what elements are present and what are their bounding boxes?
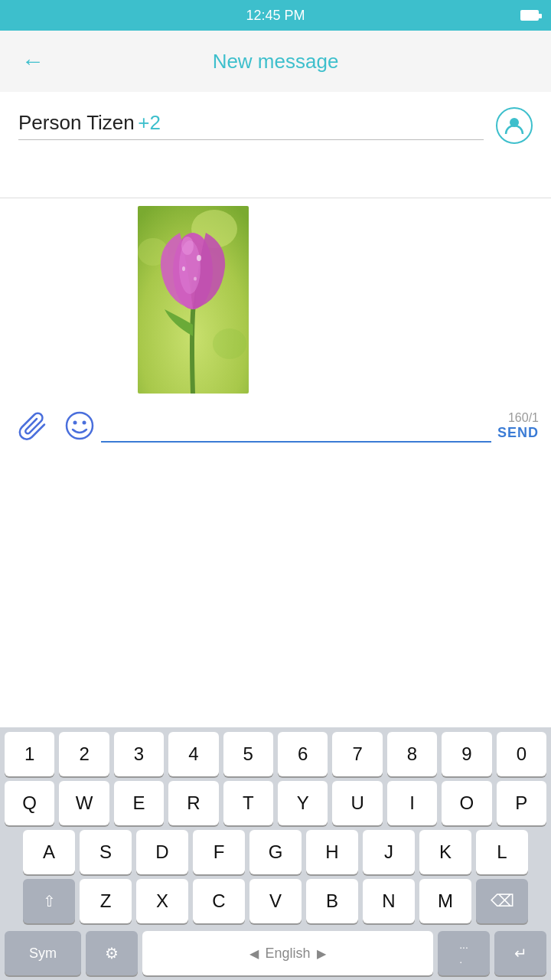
header: ← New message (0, 31, 551, 92)
svg-point-11 (67, 413, 93, 439)
key-s[interactable]: S (80, 830, 132, 874)
key-0[interactable]: 0 (497, 732, 546, 776)
key-f[interactable]: F (193, 830, 245, 874)
emoji-button[interactable] (58, 404, 101, 447)
key-j[interactable]: J (363, 830, 415, 874)
message-body-space (0, 152, 551, 198)
to-input-area[interactable]: Person Tizen +2 (18, 111, 484, 140)
send-button[interactable]: SEND (497, 425, 539, 442)
key-b[interactable]: B (306, 879, 358, 923)
to-section: Person Tizen +2 (0, 92, 551, 152)
space-key[interactable]: ◀ English ▶ (142, 931, 433, 975)
key-v[interactable]: V (249, 879, 302, 923)
punctuation-key[interactable]: ···. (438, 931, 490, 975)
keyboard: 1 2 3 4 5 6 7 8 9 0 Q W E R T Y U I O P … (0, 727, 551, 980)
key-e[interactable]: E (114, 781, 164, 825)
key-m[interactable]: M (419, 879, 471, 923)
svg-point-8 (197, 255, 201, 261)
svg-point-7 (181, 237, 194, 255)
shift-key[interactable]: ⇧ (23, 879, 75, 923)
lang-left-arrow: ◀ (249, 946, 259, 961)
key-9[interactable]: 9 (442, 732, 491, 776)
key-c[interactable]: C (193, 879, 245, 923)
key-l[interactable]: L (476, 830, 528, 874)
asdf-row: A S D F G H J K L (5, 830, 546, 874)
tulip-thumbnail[interactable] (138, 206, 249, 394)
key-k[interactable]: K (419, 830, 471, 874)
key-6[interactable]: 6 (278, 732, 328, 776)
svg-point-4 (213, 328, 246, 359)
image-attachment (138, 206, 551, 394)
message-input[interactable] (101, 409, 491, 443)
compose-area: 160/1 SEND (0, 198, 551, 450)
zxcv-row: ⇧ Z X C V B N M ⌫ (5, 879, 546, 923)
qwerty-row: Q W E R T Y U I O P (5, 781, 546, 825)
key-a[interactable]: A (23, 830, 75, 874)
char-send-area: 160/1 SEND (497, 410, 539, 442)
key-u[interactable]: U (332, 781, 382, 825)
key-p[interactable]: P (497, 781, 546, 825)
sym-key[interactable]: Sym (5, 931, 81, 975)
key-o[interactable]: O (442, 781, 491, 825)
keyboard-rows: 1 2 3 4 5 6 7 8 9 0 Q W E R T Y U I O P … (0, 727, 551, 931)
backspace-key[interactable]: ⌫ (476, 879, 528, 923)
key-d[interactable]: D (136, 830, 188, 874)
settings-key[interactable]: ⚙ (86, 931, 138, 975)
key-4[interactable]: 4 (168, 732, 218, 776)
key-5[interactable]: 5 (223, 732, 273, 776)
enter-key[interactable]: ↵ (494, 931, 546, 975)
to-count: +2 (138, 111, 161, 134)
key-r[interactable]: R (168, 781, 218, 825)
back-button[interactable]: ← (15, 44, 51, 79)
key-8[interactable]: 8 (387, 732, 437, 776)
header-title: New message (213, 50, 339, 74)
key-h[interactable]: H (306, 830, 358, 874)
key-n[interactable]: N (363, 879, 415, 923)
char-count: 160/1 (508, 410, 539, 425)
key-t[interactable]: T (223, 781, 273, 825)
battery-icon (520, 10, 539, 21)
key-y[interactable]: Y (278, 781, 328, 825)
key-w[interactable]: W (59, 781, 109, 825)
svg-point-10 (194, 277, 197, 281)
keyboard-bottom-row: Sym ⚙ ◀ English ▶ ···. ↵ (0, 931, 551, 980)
lang-right-arrow: ▶ (317, 946, 326, 961)
number-row: 1 2 3 4 5 6 7 8 9 0 (5, 732, 546, 776)
svg-point-9 (182, 266, 185, 271)
language-label: English (265, 946, 310, 962)
key-2[interactable]: 2 (59, 732, 109, 776)
key-7[interactable]: 7 (332, 732, 382, 776)
key-3[interactable]: 3 (114, 732, 164, 776)
svg-point-13 (83, 421, 86, 425)
contact-picker-button[interactable] (496, 107, 533, 144)
key-i[interactable]: I (387, 781, 437, 825)
status-time: 12:45 PM (246, 8, 305, 24)
attach-button[interactable] (12, 404, 55, 447)
key-1[interactable]: 1 (5, 732, 54, 776)
to-name: Person Tizen (18, 111, 135, 134)
key-q[interactable]: Q (5, 781, 54, 825)
key-x[interactable]: X (136, 879, 188, 923)
status-bar: 12:45 PM (0, 0, 551, 31)
compose-bottom: 160/1 SEND (0, 401, 551, 450)
key-z[interactable]: Z (80, 879, 132, 923)
key-g[interactable]: G (249, 830, 302, 874)
svg-point-12 (73, 421, 77, 425)
